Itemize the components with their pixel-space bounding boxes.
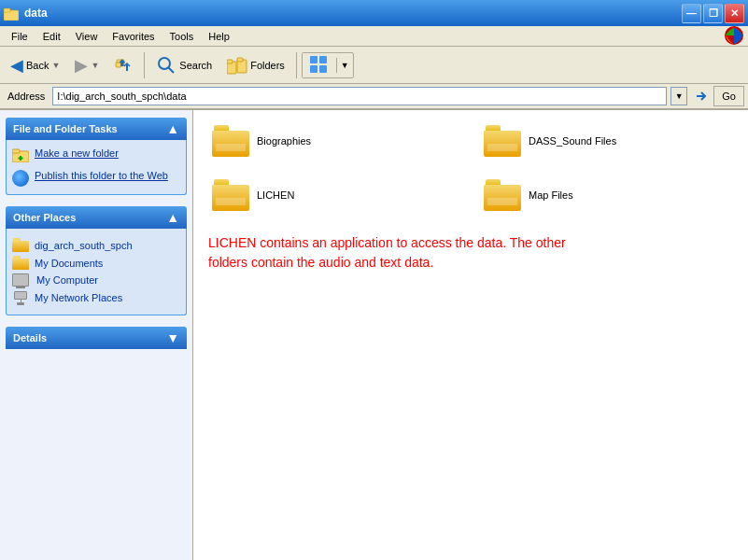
up-arrow-icon <box>114 56 133 75</box>
back-arrow-icon: ◀ <box>10 55 23 76</box>
place-dig-arch[interactable]: dig_arch_south_spch <box>12 236 180 254</box>
other-places-body: dig_arch_south_spch My Documents My Comp… <box>6 229 187 315</box>
lichen-folder-icon <box>212 179 249 211</box>
menu-bar: File Edit View Favorites Tools Help <box>0 26 748 47</box>
address-dropdown-button[interactable]: ▼ <box>670 87 687 105</box>
biographies-folder-icon <box>212 125 249 157</box>
toolbar-separator-2 <box>296 52 297 78</box>
maximize-button[interactable]: ❐ <box>703 4 723 23</box>
svg-rect-11 <box>310 56 318 63</box>
my-documents-label: My Documents <box>35 258 103 269</box>
place-my-network[interactable]: My Network Places <box>12 288 180 307</box>
place-my-computer[interactable]: My Computer <box>12 272 180 288</box>
menu-favorites[interactable]: Favorites <box>105 29 162 44</box>
svg-rect-14 <box>319 65 327 73</box>
folders-button[interactable]: Folders <box>220 52 291 78</box>
menu-help[interactable]: Help <box>201 29 237 44</box>
search-icon <box>156 55 176 76</box>
back-button[interactable]: ◀ Back ▼ <box>4 51 66 79</box>
make-folder-icon <box>12 147 29 162</box>
view-button[interactable]: ▼ <box>302 52 354 78</box>
my-computer-label: My Computer <box>36 274 98 286</box>
address-go-arrow-icon <box>693 88 710 105</box>
dig-arch-label: dig_arch_south_spch <box>35 240 133 251</box>
file-folder-tasks-collapse-icon: ▲ <box>166 121 179 136</box>
folder-map-files[interactable]: Map Files <box>480 175 733 215</box>
svg-point-5 <box>159 58 170 69</box>
folder-biographies[interactable]: Biographies <box>208 121 461 161</box>
globe-icon <box>12 170 29 187</box>
dass-sound-files-folder-icon <box>484 125 521 157</box>
svg-rect-12 <box>319 56 327 63</box>
window-title: data <box>24 7 48 20</box>
title-bar: data — ❐ ✕ <box>0 0 748 26</box>
svg-rect-10 <box>237 58 243 62</box>
map-files-label: Map Files <box>529 189 573 201</box>
my-docs-folder-icon <box>12 256 29 270</box>
svg-line-6 <box>169 67 175 73</box>
back-label: Back <box>26 60 49 71</box>
place-my-documents[interactable]: My Documents <box>12 254 180 272</box>
folder-grid: Biographies DASS_Sound Files <box>208 121 733 215</box>
other-places-section: Other Places ▲ dig_arch_south_spch <box>6 206 187 315</box>
file-folder-tasks-label: File and Folder Tasks <box>13 123 118 134</box>
svg-rect-1 <box>4 8 10 12</box>
view-main-button[interactable] <box>303 53 336 77</box>
toolbar: ◀ Back ▼ ▶ ▼ Search Folders <box>0 47 748 84</box>
make-new-folder-label: Make a new folder <box>35 147 119 159</box>
lichen-label: LICHEN <box>257 189 294 201</box>
other-places-collapse-icon: ▲ <box>166 210 179 225</box>
main-layout: File and Folder Tasks ▲ Make a new folde… <box>0 110 748 560</box>
forward-arrow-icon: ▶ <box>75 55 88 76</box>
publish-folder-link[interactable]: Publish this folder to the Web <box>12 170 180 187</box>
details-label: Details <box>13 332 47 343</box>
details-section: Details ▼ <box>6 327 187 349</box>
file-folder-tasks-section: File and Folder Tasks ▲ Make a new folde… <box>6 118 187 195</box>
up-button[interactable] <box>107 52 139 78</box>
folder-lichen[interactable]: LICHEN <box>208 175 461 215</box>
folder-dass-sound-files[interactable]: DASS_Sound Files <box>480 121 733 161</box>
address-input[interactable] <box>52 87 667 105</box>
my-network-label: My Network Places <box>35 292 122 303</box>
info-text: LICHEN contains an application to access… <box>208 233 582 273</box>
close-button[interactable]: ✕ <box>725 4 744 23</box>
xp-logo-icon <box>724 25 744 46</box>
content-area: Biographies DASS_Sound Files <box>193 110 748 560</box>
view-dropdown-button[interactable]: ▼ <box>336 58 353 73</box>
menu-edit[interactable]: Edit <box>35 29 68 44</box>
window-icon <box>4 6 19 21</box>
svg-rect-16 <box>12 149 20 153</box>
other-places-label: Other Places <box>13 212 76 223</box>
back-dropdown-icon[interactable]: ▼ <box>51 61 60 70</box>
menu-view[interactable]: View <box>68 29 106 44</box>
folders-label: Folders <box>250 60 285 71</box>
forward-dropdown-icon[interactable]: ▼ <box>91 61 99 70</box>
folders-icon <box>227 56 247 75</box>
computer-icon <box>12 273 29 287</box>
dass-sound-files-label: DASS_Sound Files <box>529 135 616 147</box>
biographies-label: Biographies <box>257 135 311 147</box>
svg-rect-4 <box>116 63 121 67</box>
minimize-button[interactable]: — <box>682 4 701 23</box>
svg-rect-13 <box>310 65 318 73</box>
forward-button[interactable]: ▶ ▼ <box>68 51 106 79</box>
left-panel: File and Folder Tasks ▲ Make a new folde… <box>0 110 193 560</box>
toolbar-separator-1 <box>144 52 145 78</box>
make-new-folder-link[interactable]: Make a new folder <box>12 147 180 162</box>
svg-rect-8 <box>227 60 233 63</box>
details-header[interactable]: Details ▼ <box>6 327 187 349</box>
go-button[interactable]: Go <box>713 86 744 106</box>
view-icon <box>310 56 329 73</box>
other-places-header[interactable]: Other Places ▲ <box>6 206 187 229</box>
search-label: Search <box>179 60 212 71</box>
network-icon <box>12 290 29 305</box>
dig-arch-folder-icon <box>12 238 29 252</box>
address-label: Address <box>4 91 49 102</box>
file-folder-tasks-header[interactable]: File and Folder Tasks ▲ <box>6 118 187 140</box>
menu-tools[interactable]: Tools <box>162 29 202 44</box>
map-files-folder-icon <box>484 179 521 211</box>
details-collapse-icon: ▼ <box>166 330 179 345</box>
publish-folder-label: Publish this folder to the Web <box>35 170 168 181</box>
menu-file[interactable]: File <box>4 29 35 44</box>
search-button[interactable]: Search <box>149 51 219 79</box>
